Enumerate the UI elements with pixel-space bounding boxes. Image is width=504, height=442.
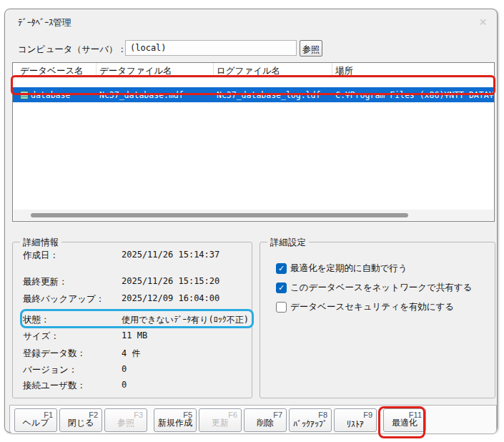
f9-restore-button[interactable]: F9 ﾘｽﾄｱ xyxy=(334,408,377,432)
column-header-log-file[interactable]: ログファイル名 xyxy=(214,63,332,77)
checkbox-icon[interactable]: ✓ xyxy=(276,283,287,293)
database-list[interactable]: データベース名 データファイル名 ログファイル名 場所 database Nc3… xyxy=(12,62,495,222)
browse-button[interactable]: 参照 xyxy=(300,40,322,57)
field-label: 作成日： xyxy=(23,250,59,262)
cell-log-file: Nc37_database_log.ldf xyxy=(214,90,332,100)
database-management-dialog: ﾃﾞｰﾀﾍﾞｰｽ管理 × コンピュータ（サーバ）： (local) 参照 データ… xyxy=(4,9,498,433)
button-label: 閉じる xyxy=(60,417,102,429)
field-record-count: 登録データ数： 4 件 xyxy=(13,348,252,359)
server-input[interactable]: (local) xyxy=(125,40,297,56)
option-db-security[interactable]: ✓ データベースセキュリティを有効にする xyxy=(276,301,454,313)
dialog-title: ﾃﾞｰﾀﾍﾞｰｽ管理 xyxy=(18,16,71,29)
fkey-label: F9 xyxy=(363,411,372,419)
field-value: 0 xyxy=(122,380,127,390)
checkbox-icon[interactable]: ✓ xyxy=(276,302,287,313)
close-icon[interactable]: × xyxy=(479,15,487,29)
field-value: 0 xyxy=(122,364,127,374)
f3-browse-button[interactable]: F3 参照 xyxy=(104,408,147,432)
field-label: サイズ： xyxy=(23,330,59,343)
option-label: データベースセキュリティを有効にする xyxy=(290,301,454,313)
cell-location: C:¥Program Files (x86)¥NTT DATA¥... xyxy=(332,90,494,100)
f1-help-button[interactable]: F1 ヘルプ xyxy=(14,408,57,432)
table-row[interactable]: database Nc37_database.mdf Nc37_database… xyxy=(13,87,494,102)
f5-new-button[interactable]: F5 新規作成 xyxy=(154,408,197,432)
column-header-data-file[interactable]: データファイル名 xyxy=(97,63,214,77)
f11-optimize-button[interactable]: F11 最適化 xyxy=(383,408,426,432)
field-value: 2025/11/26 15:15:20 xyxy=(122,276,219,286)
detail-settings-group: 詳細設定 ✓ 最適化を定期的に自動で行う ✓ このデータベースをネットワークで共… xyxy=(260,242,495,398)
f6-update-button[interactable]: F6 更新 xyxy=(199,408,242,432)
detail-info-title: 詳細情報 xyxy=(20,237,61,249)
detail-settings-title: 詳細設定 xyxy=(267,237,309,249)
cell-database-name: database xyxy=(31,90,70,100)
field-value: 2025/12/09 16:04:00 xyxy=(122,293,219,303)
server-label: コンピュータ（サーバ）： xyxy=(18,44,127,56)
field-size: サイズ： 11 MB xyxy=(13,330,252,342)
column-header-location[interactable]: 場所 xyxy=(332,63,494,77)
button-label: 更新 xyxy=(199,417,241,429)
function-button-bar: F1 ヘルプ F2 閉じる F3 参照 F5 新規作成 F6 更新 F7 削除 … xyxy=(9,405,497,434)
field-last-backup: 最終バックアップ： 2025/12/09 16:04:00 xyxy=(13,293,252,305)
detail-info-group: 詳細情報 作成日： 2025/11/26 15:14:37 最終更新： 2025… xyxy=(12,242,252,398)
list-header: データベース名 データファイル名 ログファイル名 場所 xyxy=(13,63,494,78)
field-created-date: 作成日： 2025/11/26 15:14:37 xyxy=(13,250,252,261)
field-label: 登録データ数： xyxy=(23,348,86,360)
button-label: ヘルプ xyxy=(15,417,56,429)
scrollbar-thumb[interactable] xyxy=(31,213,408,217)
field-label: バージョン： xyxy=(23,364,77,376)
field-value: 11 MB xyxy=(122,330,147,340)
f7-delete-button[interactable]: F7 削除 xyxy=(244,408,287,432)
field-label: 接続ユーザ数： xyxy=(23,380,86,392)
field-label: 最終バックアップ： xyxy=(23,293,104,305)
button-label: 削除 xyxy=(244,417,286,429)
option-network-share[interactable]: ✓ このデータベースをネットワークで共有する xyxy=(276,282,472,294)
column-header-database-name[interactable]: データベース名 xyxy=(13,63,97,77)
database-icon xyxy=(20,91,29,99)
button-label: ﾘｽﾄｱ xyxy=(335,419,376,429)
button-label: 参照 xyxy=(105,417,147,429)
field-value: 4 件 xyxy=(122,348,140,360)
horizontal-scrollbar[interactable] xyxy=(14,210,493,220)
fkey-label: F8 xyxy=(318,411,327,419)
field-last-updated: 最終更新： 2025/11/26 15:15:20 xyxy=(13,276,252,288)
field-connected-users: 接続ユーザ数： 0 xyxy=(13,380,252,391)
option-auto-optimize[interactable]: ✓ 最適化を定期的に自動で行う xyxy=(276,262,407,275)
cell-data-file: Nc37_database.mdf xyxy=(97,90,214,100)
f2-close-button[interactable]: F2 閉じる xyxy=(59,408,102,432)
button-label: ﾊﾞｯｸｱｯﾌﾟ xyxy=(290,419,331,429)
option-label: 最適化を定期的に自動で行う xyxy=(290,262,407,275)
field-version: バージョン： 0 xyxy=(13,364,252,375)
button-label: 最適化 xyxy=(384,417,425,429)
field-label: 状態： xyxy=(23,314,50,326)
button-label: 新規作成 xyxy=(154,417,196,429)
field-value: 使用できないﾃﾞｰﾀ有り(ﾛｯｸ不正) xyxy=(122,314,249,326)
field-status: 状態： 使用できないﾃﾞｰﾀ有り(ﾛｯｸ不正) xyxy=(13,314,252,325)
checkbox-icon[interactable]: ✓ xyxy=(276,263,287,274)
option-label: このデータベースをネットワークで共有する xyxy=(290,282,472,294)
field-label: 最終更新： xyxy=(23,276,68,288)
f8-backup-button[interactable]: F8 ﾊﾞｯｸｱｯﾌﾟ xyxy=(289,408,332,432)
field-value: 2025/11/26 15:14:37 xyxy=(122,250,219,260)
